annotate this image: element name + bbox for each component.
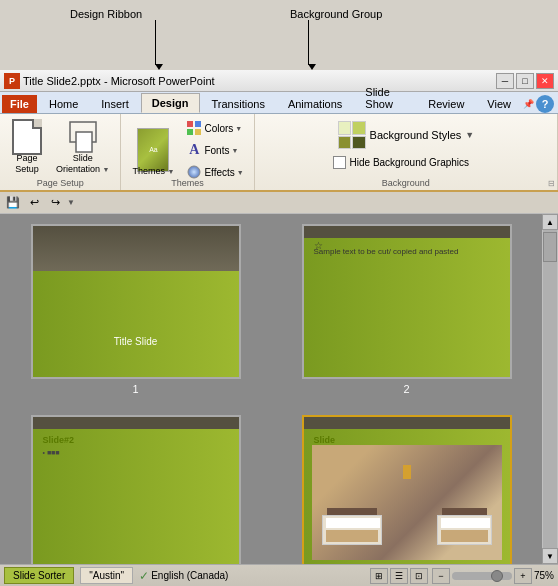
svg-rect-3 xyxy=(195,121,201,127)
scroll-thumb[interactable] xyxy=(543,232,557,262)
tab-transitions[interactable]: Transitions xyxy=(201,94,276,113)
background-group: Background Styles ▼ Hide Background Grap… xyxy=(255,114,558,190)
fonts-row: A Fonts ▼ xyxy=(186,142,238,158)
title-bar-controls[interactable]: ─ □ ✕ xyxy=(496,73,554,89)
hotel-pillow-2 xyxy=(441,518,490,528)
zoom-level: 75% xyxy=(534,570,554,581)
slide-1-background: Title Slide xyxy=(33,226,239,377)
svg-rect-2 xyxy=(187,121,193,127)
colors-label: Colors xyxy=(204,123,233,134)
scroll-track xyxy=(543,230,557,548)
fonts-button[interactable]: A Fonts ▼ xyxy=(182,140,247,160)
background-group-arrow xyxy=(308,20,309,65)
themes-label: Themes ▼ xyxy=(132,166,174,176)
tab-home[interactable]: Home xyxy=(38,94,89,113)
bg-swatch-1 xyxy=(338,121,352,135)
themes-icon: Aa xyxy=(137,134,169,166)
slide-4-container: Slide xyxy=(281,415,532,564)
design-ribbon-annotation: Design Ribbon xyxy=(70,8,142,20)
slide-sorter-tab[interactable]: Slide Sorter xyxy=(4,567,74,584)
slide-orientation-label: SlideOrientation ▼ xyxy=(56,153,109,175)
slide-2-background: ☆ Sample text to be cut/ copied and past… xyxy=(304,226,510,377)
scroll-down-button[interactable]: ▼ xyxy=(542,548,558,564)
background-styles-icon xyxy=(338,121,366,149)
slide-orientation-button[interactable]: SlideOrientation ▼ xyxy=(51,118,114,178)
pin-icon: 📌 xyxy=(523,99,534,109)
slide-2-text: Sample text to be cut/ copied and pasted xyxy=(314,246,459,257)
hide-background-checkbox[interactable] xyxy=(333,156,346,169)
normal-view-button[interactable]: ⊞ xyxy=(370,568,388,584)
hotel-blanket-2 xyxy=(441,530,488,542)
svg-rect-1 xyxy=(76,132,92,152)
background-group-expand-icon[interactable]: ⊟ xyxy=(548,179,555,188)
status-left: Slide Sorter "Austin" ✓ English (Canada) xyxy=(4,567,228,584)
zoom-slider[interactable] xyxy=(452,572,512,580)
page-setup-group: PageSetup SlideOrientation ▼ Page Setup xyxy=(0,114,121,190)
slide-1-container: Title Slide 1 xyxy=(10,224,261,395)
slide-4-photo xyxy=(312,445,502,560)
hide-background-checkbox-row[interactable]: Hide Background Graphics xyxy=(333,156,470,169)
redo-button[interactable]: ↪ xyxy=(46,194,64,212)
themes-group-label: Themes xyxy=(121,178,253,188)
zoom-in-button[interactable]: + xyxy=(514,568,532,584)
language-indicator[interactable]: ✓ English (Canada) xyxy=(139,569,228,583)
tab-file[interactable]: File xyxy=(2,95,37,113)
window-control-icons: 📌 ? xyxy=(523,95,558,113)
slide-2-thumbnail[interactable]: ☆ Sample text to be cut/ copied and past… xyxy=(302,224,512,379)
slide-sorter-view-button[interactable]: ☰ xyxy=(390,568,408,584)
slide-1-number: 1 xyxy=(132,383,138,395)
page-icon xyxy=(12,119,42,155)
slide-1-text: Title Slide xyxy=(114,336,158,347)
close-button[interactable]: ✕ xyxy=(536,73,554,89)
themes-button[interactable]: Aa Themes ▼ xyxy=(127,131,179,179)
slide-1-thumbnail[interactable]: Title Slide xyxy=(31,224,241,379)
effects-arrow: ▼ xyxy=(237,169,244,176)
fonts-icon: A xyxy=(186,142,202,158)
zoom-out-button[interactable]: − xyxy=(432,568,450,584)
background-styles-label: Background Styles xyxy=(370,129,462,141)
design-ribbon-arrow xyxy=(155,20,156,65)
pp-logo: P xyxy=(4,73,20,89)
fonts-arrow: ▼ xyxy=(231,147,238,154)
slides-panel: Title Slide 1 ☆ Sample text to be cut/ c… xyxy=(0,214,542,564)
help-button[interactable]: ? xyxy=(536,95,554,113)
slide-3-title: Slide#2 xyxy=(43,435,75,445)
tab-slideshow[interactable]: Slide Show xyxy=(354,82,416,113)
window-title: Title Slide2.pptx - Microsoft PowerPoint xyxy=(23,75,215,87)
tab-design[interactable]: Design xyxy=(141,93,200,113)
colors-row: Colors ▼ xyxy=(186,120,242,136)
qat-dropdown-button[interactable]: ▼ xyxy=(67,198,75,207)
page-setup-button[interactable]: PageSetup xyxy=(6,118,48,178)
reading-view-button[interactable]: ⊡ xyxy=(410,568,428,584)
themes-group: Aa Themes ▼ Colors ▼ xyxy=(121,114,254,190)
hotel-lamp xyxy=(403,465,411,479)
quick-access-toolbar: 💾 ↩ ↪ ▼ xyxy=(0,192,558,214)
tab-animations[interactable]: Animations xyxy=(277,94,353,113)
hotel-bed-2 xyxy=(437,515,492,545)
slide-3-thumbnail[interactable]: Slide#2 • ■■■ xyxy=(31,415,241,564)
title-bar: P Title Slide2.pptx - Microsoft PowerPoi… xyxy=(0,70,558,92)
tab-view[interactable]: View xyxy=(476,94,522,113)
colors-button[interactable]: Colors ▼ xyxy=(182,118,247,138)
title-bar-left: P Title Slide2.pptx - Microsoft PowerPoi… xyxy=(4,73,215,89)
minimize-button[interactable]: ─ xyxy=(496,73,514,89)
vertical-scrollbar[interactable]: ▲ ▼ xyxy=(542,214,558,564)
background-styles-button[interactable]: Background Styles ▼ xyxy=(333,118,480,152)
page-setup-group-label: Page Setup xyxy=(0,178,120,188)
tab-insert[interactable]: Insert xyxy=(90,94,140,113)
menu-tabs: File Home Insert Design Transitions Anim… xyxy=(0,92,558,114)
save-button[interactable]: 💾 xyxy=(4,194,22,212)
slide-4-thumbnail[interactable]: Slide xyxy=(302,415,512,564)
tab-review[interactable]: Review xyxy=(417,94,475,113)
hotel-bed-1 xyxy=(322,515,382,545)
background-group-annotation: Background Group xyxy=(290,8,382,20)
slide-3-bullets: • ■■■ xyxy=(43,449,60,456)
scroll-up-button[interactable]: ▲ xyxy=(542,214,558,230)
undo-button[interactable]: ↩ xyxy=(25,194,43,212)
colors-arrow: ▼ xyxy=(235,125,242,132)
theme-tab[interactable]: "Austin" xyxy=(80,567,133,584)
status-bar: Slide Sorter "Austin" ✓ English (Canada)… xyxy=(0,564,558,586)
restore-button[interactable]: □ xyxy=(516,73,534,89)
slide-4-header xyxy=(304,417,510,429)
effects-label: Effects xyxy=(204,167,234,178)
